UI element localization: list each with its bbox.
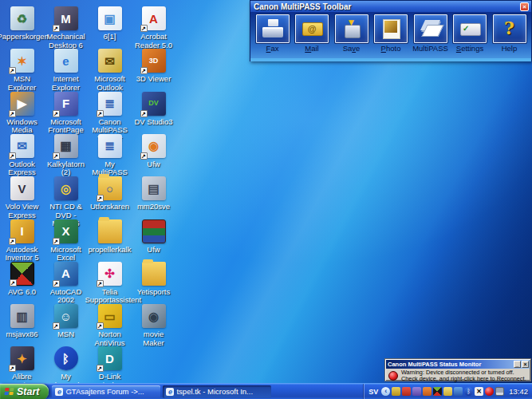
start-button[interactable]: Start xyxy=(0,384,49,399)
tray-gold-icon[interactable] xyxy=(443,387,452,396)
desktop-icon-kalkylatorn-2-r3c1[interactable]: ▦↗Kalkylatorn (2) xyxy=(45,134,87,177)
toolbar-button-label: Mail xyxy=(305,45,318,53)
status-message: Warning: Device disconnected or turned o… xyxy=(401,369,526,382)
tray-yellow-icon[interactable] xyxy=(392,387,400,396)
taskbar: Start eGTAsajtens Forum ->...etspel.tk -… xyxy=(0,383,532,399)
shortcut-arrow-icon: ↗ xyxy=(140,67,148,74)
mm20sve-icon: ▤ xyxy=(142,176,166,200)
close-icon[interactable]: × xyxy=(522,361,529,368)
status-title-bar[interactable]: Canon MultiPASS Status Monitor _ × xyxy=(386,360,530,369)
papperskorgen-icon: ♻ xyxy=(10,6,34,30)
desktop-icon-internet-explorer-r1c1[interactable]: eInternet Explorer xyxy=(45,49,87,92)
desktop-icon-telia-supportassistent-r6c2[interactable]: ✣↗Telia Supportassistent xyxy=(89,262,131,305)
desktop-icon-autocad-2002-r6c1[interactable]: A↗AutoCAD 2002 xyxy=(45,262,87,305)
desktop-icon-papperskorgen-r0c0[interactable]: ♻Papperskorgen xyxy=(1,6,43,41)
warning-ball-icon xyxy=(388,371,398,381)
desktop-icon-acrobat-reader-5-0-r0c3[interactable]: A↗Acrobat Reader 5.0 xyxy=(132,6,175,49)
desktop-icon-ufw-r5c3[interactable]: Ufw xyxy=(132,219,175,255)
photo-button-face[interactable] xyxy=(374,14,408,43)
internet-explorer-icon: e xyxy=(55,388,63,396)
toolbar-button-mail[interactable]: Mail xyxy=(294,14,330,61)
canon-status-icon[interactable] xyxy=(485,387,494,396)
save-button-face[interactable] xyxy=(335,14,368,43)
toolbar-button-photo[interactable]: Photo xyxy=(373,14,409,61)
propellerkalk-icon xyxy=(98,219,122,243)
close-icon[interactable]: × xyxy=(520,2,529,11)
display-settings-icon[interactable] xyxy=(495,387,504,396)
desktop-icon-avg-6-0-r6c0[interactable]: ↗AVG 6.0 xyxy=(1,262,43,297)
tray-orange-icon[interactable] xyxy=(423,387,432,396)
toolbar-title-bar[interactable]: Canon MultiPASS Toolbar × xyxy=(250,1,531,12)
shortcut-arrow-icon: ↗ xyxy=(97,110,104,117)
minimize-icon[interactable]: _ xyxy=(514,361,521,368)
desktop-icon-msn-r7c1[interactable]: ☺↗MSN xyxy=(45,304,87,339)
task-button-gtasajtens-forum[interactable]: eGTAsajtens Forum ->... xyxy=(52,385,160,398)
tray-purple-icon[interactable] xyxy=(412,387,421,396)
avg-tray-icon[interactable] xyxy=(433,387,442,396)
desktop-icon-msjavx86-r7c0[interactable]: ▥msjavx86 xyxy=(1,304,43,339)
nti-cd-dvd-maker-6-gold-icon: ◎ xyxy=(54,176,78,200)
desktop-icon-movie-maker-r7c3[interactable]: ◉movie Maker xyxy=(132,304,175,347)
desktop-icon-autodesk-inventor-5-r5c0[interactable]: I↗Autodesk Inventor 5 xyxy=(1,219,43,263)
language-indicator[interactable]: SV xyxy=(368,388,378,396)
desktop-icon-microsoft-frontpage-r2c1[interactable]: F↗Microsoft FrontPage xyxy=(45,92,87,135)
fax-button-face[interactable] xyxy=(256,14,290,43)
msn-icon: ☺↗ xyxy=(54,304,78,328)
settings-button-face[interactable] xyxy=(453,14,487,43)
toolbar-button-label: Help xyxy=(502,45,518,53)
desktop-icon-3d-viewer-r1c3[interactable]: 3D↗3D Viewer xyxy=(132,49,175,84)
desktop-icon-msn-explorer-r1c0[interactable]: ✶↗MSN Explorer xyxy=(1,49,43,92)
desktop-icon-microsoft-excel-r5c1[interactable]: X↗Microsoft Excel xyxy=(45,219,87,263)
desktop-icon-propellerkalk-r5c2[interactable]: propellerkalk xyxy=(89,219,131,255)
microsoft-excel-icon: X↗ xyxy=(54,219,78,243)
desktop-icon-dv-studio3-r2c3[interactable]: DV↗DV Studio3 xyxy=(132,92,175,127)
chevron-left-icon[interactable]: ‹ xyxy=(381,387,390,396)
toolbar-button-label: Settings xyxy=(456,45,483,53)
shortcut-arrow-icon: ↗ xyxy=(53,152,60,160)
tray-red-icon[interactable] xyxy=(402,387,411,396)
network-disconnected-icon[interactable]: ✕ xyxy=(475,387,483,396)
shortcut-arrow-icon: ↗ xyxy=(97,280,104,287)
task-button-label: tspel.tk - Microsoft In... xyxy=(176,387,253,396)
desktop-icon-yetisports-r6c3[interactable]: Yetisports xyxy=(132,262,175,297)
desktop-icon-utforskaren-r4c2[interactable]: ○↗Utforskaren xyxy=(89,176,131,211)
desktop-icon-label: Outlook Express xyxy=(1,160,43,177)
internet-explorer-icon: e xyxy=(166,388,174,396)
tray-shield-icon[interactable] xyxy=(454,387,463,396)
multipass-button-face[interactable] xyxy=(414,14,447,43)
windows-logo-icon xyxy=(4,388,14,395)
desktop-icon-6-1-r0c2[interactable]: ▣6[1] xyxy=(89,6,131,41)
desktop-icon-outlook-express-r3c0[interactable]: ✉↗Outlook Express xyxy=(1,134,43,177)
toolbar-button-settings[interactable]: Settings xyxy=(452,14,488,61)
desktop-icon-volo-view-express-r4c0[interactable]: VVolo View Express xyxy=(1,176,43,219)
toolbar-button-label: Photo xyxy=(381,45,401,53)
desktop-icon-label: Telia Supportassistent xyxy=(85,288,135,305)
shortcut-arrow-icon: ↗ xyxy=(140,110,148,117)
toolbar-button-help[interactable]: Help xyxy=(491,14,527,61)
desktop-icon-ufw-r3c3[interactable]: ◉↗Ufw xyxy=(132,134,175,169)
task-button-label: GTAsajtens Forum ->... xyxy=(65,387,144,396)
help-button-face[interactable] xyxy=(493,14,526,43)
utforskaren-icon: ○↗ xyxy=(98,176,122,200)
clock[interactable]: 13:42 xyxy=(509,387,528,396)
bluetooth-icon[interactable]: ᛒ xyxy=(464,387,473,396)
mail-button-face[interactable] xyxy=(295,14,329,43)
desktop-icon-label: Kalkylatorn (2) xyxy=(45,160,87,177)
task-button-tspel-tk-microsoft-in[interactable]: etspel.tk - Microsoft In... xyxy=(163,385,271,398)
shortcut-arrow-icon: ↗ xyxy=(10,279,17,286)
alibre-design-icon: ✦↗ xyxy=(10,346,34,370)
desktop-icon-label: Papperskorgen xyxy=(0,33,47,41)
toolbar-button-save[interactable]: Save xyxy=(333,14,369,61)
desktop-icon-mm20sve-r4c3[interactable]: ▤mm20sve xyxy=(132,176,175,211)
toolbar-button-multipass[interactable]: MultiPASS xyxy=(412,14,448,61)
tray-icons: ᛒ✕ xyxy=(392,387,504,396)
canon-multipass-toolbar-window: Canon MultiPASS Toolbar × FaxMailSavePho… xyxy=(250,0,532,61)
status-body[interactable]: Warning: Device disconnected or turned o… xyxy=(385,369,530,382)
toolbar-button-fax[interactable]: Fax xyxy=(254,14,290,61)
desktop-icon-microsoft-outlook-r1c2[interactable]: ✉Microsoft Outlook xyxy=(89,49,131,92)
desktop-icon-my-multipass-r3c2[interactable]: ≣My MultiPASS xyxy=(89,134,131,177)
microsoft-frontpage-icon: F↗ xyxy=(54,92,78,116)
mechanical-desktop-6-po-icon: M↗ xyxy=(54,6,78,30)
canon-multipass-toolbar-icon: ≣↗ xyxy=(98,92,122,116)
desktop-icon-label: movie Maker xyxy=(132,330,175,347)
